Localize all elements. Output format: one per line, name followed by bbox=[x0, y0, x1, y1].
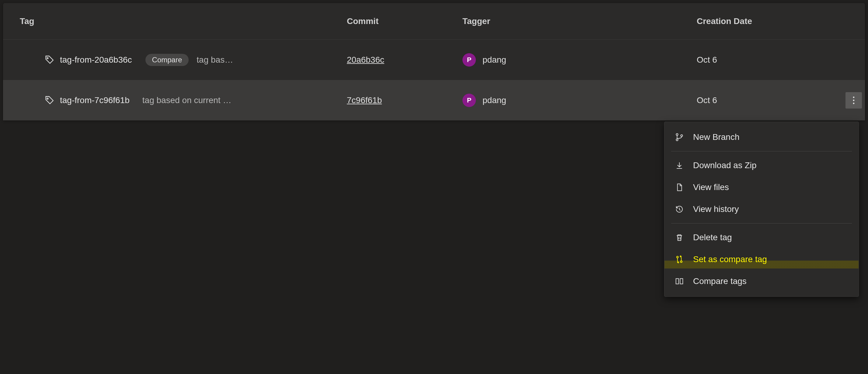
more-actions-button[interactable] bbox=[845, 92, 862, 108]
menu-label: Download as Zip bbox=[693, 161, 757, 170]
compare-button[interactable]: Compare bbox=[146, 54, 189, 66]
file-icon bbox=[675, 183, 684, 192]
col-header-commit[interactable]: Commit bbox=[347, 16, 462, 26]
tagger-cell: P pdang bbox=[462, 53, 697, 67]
tags-table-panel: Tag Commit Tagger Creation Date tag-from… bbox=[3, 3, 865, 121]
svg-point-1 bbox=[47, 98, 48, 99]
menu-separator bbox=[671, 223, 852, 224]
svg-point-3 bbox=[853, 99, 855, 101]
col-header-tagger[interactable]: Tagger bbox=[462, 16, 697, 26]
compare-icon bbox=[675, 255, 684, 264]
download-icon bbox=[675, 161, 684, 170]
tag-name: tag-from-7c96f61b bbox=[60, 96, 130, 105]
table-header-row: Tag Commit Tagger Creation Date bbox=[3, 3, 865, 39]
svg-point-0 bbox=[47, 58, 48, 59]
table-row[interactable]: tag-from-20a6b36c Compare tag bas… 20a6b… bbox=[3, 39, 865, 80]
svg-rect-11 bbox=[680, 278, 683, 284]
menu-separator bbox=[671, 151, 852, 151]
tag-icon bbox=[44, 55, 55, 65]
menu-new-branch[interactable]: New Branch bbox=[664, 126, 859, 148]
svg-point-6 bbox=[676, 139, 678, 141]
menu-label: Delete tag bbox=[693, 233, 732, 242]
menu-label: Compare tags bbox=[693, 276, 747, 286]
menu-delete-tag[interactable]: Delete tag bbox=[664, 227, 859, 248]
menu-compare-tags[interactable]: Compare tags bbox=[664, 270, 859, 292]
menu-set-compare-tag[interactable]: Set as compare tag bbox=[664, 248, 859, 270]
svg-point-8 bbox=[677, 256, 678, 258]
commit-link[interactable]: 20a6b36c bbox=[347, 55, 384, 64]
tag-cell: tag-from-20a6b36c Compare tag bas… bbox=[20, 54, 347, 66]
menu-view-files[interactable]: View files bbox=[664, 176, 859, 198]
kebab-icon bbox=[853, 96, 855, 104]
tagger-name: pdang bbox=[483, 55, 506, 65]
col-header-tag[interactable]: Tag bbox=[20, 16, 347, 26]
avatar[interactable]: P bbox=[462, 94, 476, 107]
tagger-name: pdang bbox=[483, 96, 506, 105]
svg-point-5 bbox=[676, 134, 678, 135]
tag-name: tag-from-20a6b36c bbox=[60, 55, 132, 65]
table-row[interactable]: tag-from-7c96f61b tag based on current …… bbox=[3, 80, 865, 121]
tag-cell: tag-from-7c96f61b tag based on current … bbox=[20, 95, 347, 105]
tag-description: tag based on current … bbox=[143, 96, 231, 105]
trash-icon bbox=[675, 233, 684, 242]
tagger-cell: P pdang bbox=[462, 94, 697, 107]
menu-label: View history bbox=[693, 204, 739, 214]
date-cell: Oct 6 bbox=[697, 92, 862, 108]
menu-label: Set as compare tag bbox=[693, 254, 767, 264]
menu-label: New Branch bbox=[693, 132, 740, 142]
col-header-creation-date[interactable]: Creation Date bbox=[697, 16, 862, 26]
svg-point-7 bbox=[681, 135, 682, 137]
creation-date: Oct 6 bbox=[697, 55, 717, 65]
avatar[interactable]: P bbox=[462, 53, 476, 67]
menu-label: View files bbox=[693, 182, 729, 192]
branch-icon bbox=[675, 133, 684, 142]
commit-cell: 20a6b36c bbox=[347, 55, 462, 65]
commit-link[interactable]: 7c96f61b bbox=[347, 96, 382, 105]
history-icon bbox=[675, 205, 684, 214]
menu-view-history[interactable]: View history bbox=[664, 198, 859, 220]
date-cell: Oct 6 bbox=[697, 55, 862, 65]
tag-description: tag bas… bbox=[196, 55, 233, 65]
tag-icon bbox=[44, 95, 55, 105]
commit-cell: 7c96f61b bbox=[347, 96, 462, 105]
menu-download-zip[interactable]: Download as Zip bbox=[664, 155, 859, 176]
svg-point-4 bbox=[853, 102, 855, 104]
svg-rect-10 bbox=[676, 278, 679, 284]
svg-point-9 bbox=[681, 261, 682, 263]
tag-context-menu: New Branch Download as Zip View files Vi… bbox=[664, 122, 859, 297]
creation-date: Oct 6 bbox=[697, 96, 717, 105]
compare-panels-icon bbox=[675, 277, 684, 286]
svg-point-2 bbox=[853, 96, 855, 98]
